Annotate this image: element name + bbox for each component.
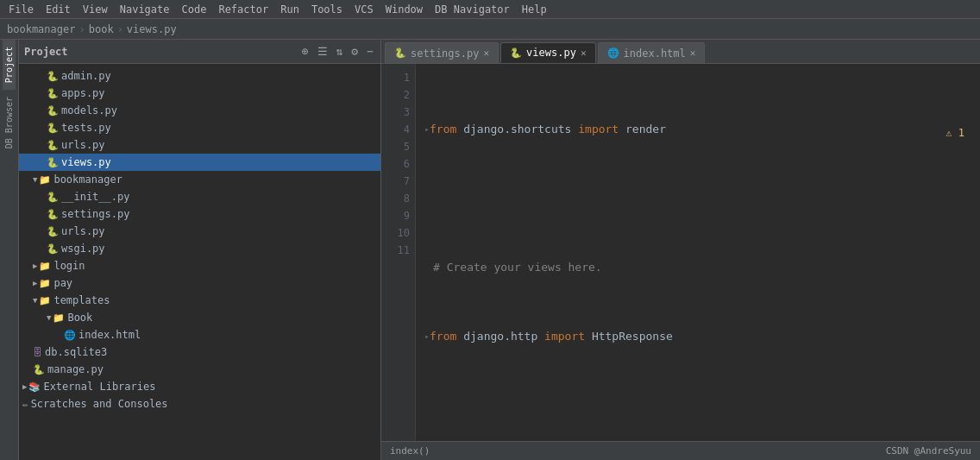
tab-views-close[interactable]: ✕ (581, 47, 587, 59)
menu-tools[interactable]: Tools (306, 2, 348, 17)
expand-icon: ▶ (22, 382, 27, 391)
line-num-9: 9 (381, 207, 410, 224)
tree-item-index-html[interactable]: 🌐 index.html (19, 326, 380, 343)
tree-item-urls-book[interactable]: 🐍 urls.py (19, 136, 380, 154)
menu-window[interactable]: Window (380, 2, 428, 17)
py-icon: 🐍 (47, 123, 59, 134)
breadcrumb-part-0[interactable]: bookmanager (7, 23, 75, 35)
file-name: db.sqlite3 (45, 346, 107, 358)
tree-item-urls-bm[interactable]: 🐍 urls.py (19, 223, 380, 240)
folder-name: login (53, 260, 85, 272)
file-name: urls.py (61, 139, 105, 151)
tree-item-wsgi[interactable]: 🐍 wsgi.py (19, 240, 380, 257)
toolbar-close-icon[interactable]: − (365, 43, 375, 60)
lib-icon: 📚 (28, 381, 41, 393)
toolbar-collapse-icon[interactable]: ☰ (316, 43, 330, 60)
tree-item-db[interactable]: 🗄 db.sqlite3 (19, 343, 380, 361)
sidebar-item-project[interactable]: Project (3, 40, 16, 90)
project-panel: Project ⊕ ☰ ⇅ ⚙ − 🐍 admin.py 🐍 apps.py (19, 40, 381, 460)
py-icon: 🐍 (47, 243, 59, 255)
status-bar: index() CSDN @AndreSyuu (381, 441, 980, 460)
expand-icon: ▶ (33, 279, 37, 287)
breadcrumb-part-1[interactable]: book (89, 23, 114, 35)
menu-file[interactable]: File (3, 2, 39, 17)
sidebar-item-dbbrowser[interactable]: DB Browser (3, 90, 16, 155)
py-icon: 🐍 (47, 88, 59, 99)
project-title: Project (24, 46, 68, 58)
line-num-8: 8 (381, 190, 410, 207)
tree-item-init[interactable]: 🐍 __init__.py (19, 188, 380, 205)
toolbar-sort-icon[interactable]: ⇅ (335, 43, 345, 60)
tab-bar: 🐍 settings.py ✕ 🐍 views.py ✕ 🌐 index.htm… (381, 40, 980, 64)
line-num-5: 5 (381, 138, 410, 155)
tree-item-settings[interactable]: 🐍 settings.py (19, 205, 380, 223)
file-name: tests.py (61, 122, 111, 134)
expand-icon: ▼ (47, 313, 51, 322)
tab-settings[interactable]: 🐍 settings.py ✕ (385, 42, 499, 63)
side-labels: Project DB Browser (0, 40, 19, 460)
html-icon: 🌐 (64, 330, 76, 341)
code-httpresponse: HttpResponse (585, 328, 673, 345)
folder-name: templates (53, 294, 110, 306)
tab-index-close[interactable]: ✕ (690, 47, 696, 59)
folder-name: bookmanager (53, 173, 122, 186)
tree-item-scratches[interactable]: ✏ Scratches and Consoles (19, 395, 380, 413)
tree-item-bookmanager-folder[interactable]: ▼ 📁 bookmanager (19, 171, 380, 188)
comment-3: # Create your views here. (433, 259, 602, 276)
menu-dbnavigator[interactable]: DB Navigator (430, 2, 515, 17)
tree-item-tests[interactable]: 🐍 tests.py (19, 119, 380, 136)
code-mod-1: django.shortcuts (456, 121, 578, 138)
line-num-1: 1 (381, 69, 410, 86)
py-icon: 🐍 (47, 157, 59, 168)
menu-navigate[interactable]: Navigate (115, 2, 175, 17)
menu-vcs[interactable]: VCS (349, 2, 379, 17)
line-num-3: 3 (381, 104, 410, 121)
tab-index-html[interactable]: 🌐 index.html ✕ (598, 42, 706, 63)
menu-bar: File Edit View Navigate Code Refactor Ru… (0, 0, 980, 19)
menu-run[interactable]: Run (275, 2, 305, 17)
project-toolbar: Project ⊕ ☰ ⇅ ⚙ − (19, 40, 380, 64)
tab-settings-label: settings.py (411, 47, 479, 60)
tree-item-pay[interactable]: ▶ 📁 pay (19, 274, 380, 292)
tree-item-manage[interactable]: 🐍 manage.py (19, 361, 380, 378)
file-name: manage.py (47, 363, 104, 375)
tab-settings-close[interactable]: ✕ (483, 47, 489, 59)
file-tree: 🐍 admin.py 🐍 apps.py 🐍 models.py 🐍 tests… (19, 64, 380, 460)
file-name: wsgi.py (61, 243, 105, 255)
tree-item-ext-libs[interactable]: ▶ 📚 External Libraries (19, 378, 380, 395)
menu-code[interactable]: Code (177, 2, 212, 17)
tree-item-book-folder[interactable]: ▼ 📁 Book (19, 309, 380, 326)
line-num-2: 2 (381, 86, 410, 104)
status-right: CSDN @AndreSyuu (886, 445, 971, 457)
py-tab-icon: 🐍 (510, 47, 522, 59)
menu-refactor[interactable]: Refactor (213, 2, 273, 17)
code-editor: 1 2 3 4 5 6 7 8 9 10 11 ▸ from django.sh… (381, 64, 980, 441)
breadcrumb-part-2[interactable]: views.py (127, 23, 177, 35)
code-content[interactable]: ▸ from django.shortcuts import render ⚠ … (416, 64, 980, 441)
tree-item-apps[interactable]: 🐍 apps.py (19, 85, 380, 102)
line-num-4: 4 (381, 121, 410, 138)
toolbar-gear-icon[interactable]: ⚙ (349, 43, 360, 60)
tree-item-templates[interactable]: ▼ 📁 templates (19, 292, 380, 309)
breadcrumb: bookmanager › book › views.py (0, 19, 980, 40)
status-left: index() (390, 445, 430, 457)
tree-item-views[interactable]: 🐍 views.py (19, 154, 380, 171)
file-name: __init__.py (61, 191, 129, 203)
tab-views-label: views.py (526, 47, 576, 59)
folder-name: pay (53, 277, 72, 289)
toolbar-add-icon[interactable]: ⊕ (300, 43, 311, 60)
tab-views[interactable]: 🐍 views.py ✕ (500, 42, 595, 63)
expand-icon: ▼ (33, 296, 37, 305)
menu-view[interactable]: View (78, 2, 113, 17)
tree-item-admin[interactable]: 🐍 admin.py (19, 67, 380, 85)
kw-import-4: import (544, 328, 585, 345)
file-name: index.html (79, 329, 141, 341)
kw-from-1: from (430, 121, 456, 138)
menu-edit[interactable]: Edit (41, 2, 76, 17)
menu-help[interactable]: Help (517, 2, 552, 17)
tree-item-models[interactable]: 🐍 models.py (19, 102, 380, 119)
main-layout: Project DB Browser Project ⊕ ☰ ⇅ ⚙ − 🐍 a… (0, 40, 980, 460)
tree-item-login[interactable]: ▶ 📁 login (19, 257, 380, 274)
line-num-10: 10 (381, 224, 410, 242)
py-icon: 🐍 (47, 140, 59, 151)
